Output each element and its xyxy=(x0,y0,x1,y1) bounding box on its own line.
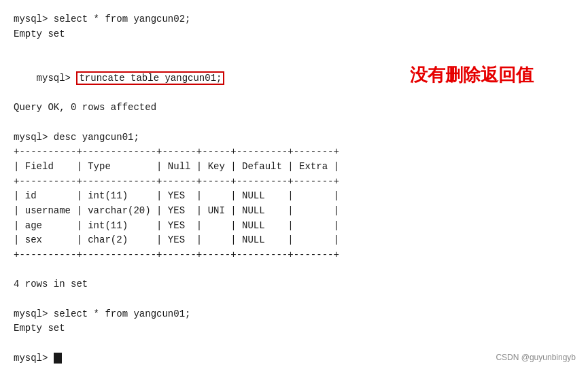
line-blank-5 xyxy=(14,336,574,351)
line-desc: mysql> desc yangcun01; xyxy=(14,130,574,145)
table-row-id: | id | int(11) | YES | | NULL | | xyxy=(14,189,574,204)
line-4rows: 4 rows in set xyxy=(14,277,574,292)
line-1: mysql> select * from yangcun02; xyxy=(14,12,574,27)
line-query-ok: Query OK, 0 rows affected xyxy=(14,101,574,116)
table-row-age: | age | int(11) | YES | | NULL | | xyxy=(14,219,574,234)
prompt-prefix: mysql> xyxy=(37,73,77,84)
truncate-command: truncate table yangcun01; xyxy=(76,71,224,85)
line-empty2: Empty set xyxy=(14,321,574,336)
table-header: | Field | Type | Null | Key | Default | … xyxy=(14,160,574,175)
line-final-prompt: mysql> xyxy=(14,351,574,366)
table-row-username: | username | varchar(20) | YES | UNI | N… xyxy=(14,204,574,219)
line-2: Empty set xyxy=(14,27,574,42)
line-blank-2 xyxy=(14,116,574,130)
table-sep-2: +----------+-------------+------+-----+-… xyxy=(14,175,574,190)
cursor xyxy=(54,353,62,364)
watermark: CSDN @guyunbingyb xyxy=(496,351,576,364)
line-blank-1 xyxy=(14,41,574,56)
line-select2: mysql> select * from yangcun01; xyxy=(14,307,574,322)
table-sep-1: +----------+-------------+------+-----+-… xyxy=(14,145,574,160)
annotation-no-delete-return: 没有删除返回值 xyxy=(410,61,534,88)
table-sep-3: +----------+-------------+------+-----+-… xyxy=(14,248,574,263)
table-row-sex: | sex | char(2) | YES | | NULL | | xyxy=(14,233,574,248)
line-blank-4 xyxy=(14,292,574,307)
terminal-window: mysql> select * from yangcun02; Empty se… xyxy=(0,0,588,371)
line-blank-3 xyxy=(14,263,574,278)
